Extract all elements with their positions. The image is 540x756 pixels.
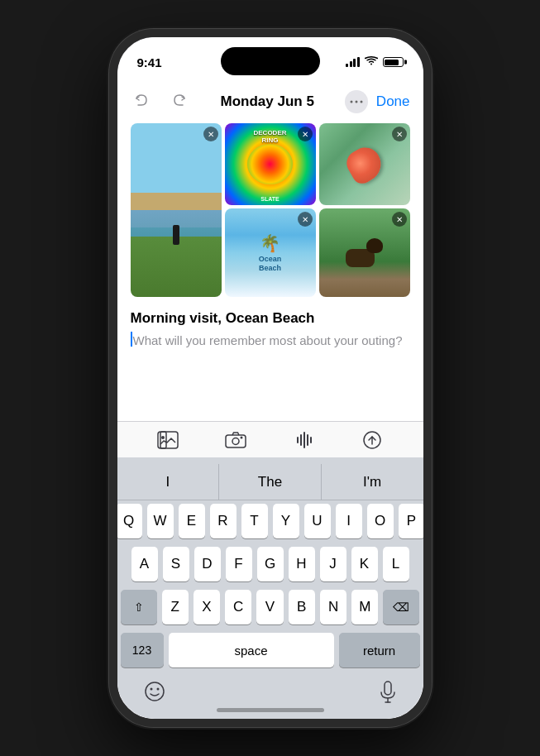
remove-shell-button[interactable]: ✕ [392,127,407,141]
svg-point-16 [146,682,164,701]
key-row-1: Q W E R T Y U I O P [121,504,420,538]
svg-point-17 [150,688,152,691]
key-n[interactable]: N [320,590,346,624]
key-f[interactable]: F [226,547,252,581]
attachment-ocean-beach[interactable]: 🌴 OceanBeach ✕ [225,208,316,297]
key-h[interactable]: H [289,547,315,581]
svg-point-2 [360,101,362,103]
emoji-button[interactable] [144,681,165,707]
key-j[interactable]: J [320,547,346,581]
svg-point-8 [241,436,243,438]
redo-button[interactable] [167,90,190,113]
camera-button[interactable] [221,425,251,455]
status-icons [346,56,404,69]
ocean-beach-label: OceanBeach [259,255,282,273]
undo-button[interactable] [131,90,154,113]
key-g[interactable]: G [257,547,284,581]
predictive-item-1[interactable]: I [117,464,220,500]
attachments-grid: ✕ DECODERRING SLATE ✕ ✕ [131,123,410,297]
key-row-3: ⇧ Z X C V B N M ⌫ [121,590,420,624]
key-k[interactable]: K [351,547,378,581]
text-cursor [131,332,132,347]
return-key[interactable]: return [339,633,420,667]
remove-dog-button[interactable]: ✕ [392,212,407,227]
note-title: Morning visit, Ocean Beach [131,310,410,327]
key-q[interactable]: Q [117,504,142,538]
keyboard-bottom-bar [117,676,423,715]
key-row-2: A S D F G H J K L [121,547,420,581]
key-d[interactable]: D [194,547,221,581]
toolbar-title: Monday Jun 5 [221,93,314,110]
photo-library-button[interactable] [153,425,183,455]
send-button[interactable] [357,425,387,455]
phone-frame: 9:41 [109,29,432,727]
signal-bars-icon [346,57,360,67]
input-toolbar [117,421,423,457]
battery-icon [383,57,404,67]
key-u[interactable]: U [304,504,331,538]
predictive-bar: I The I'm [117,464,423,500]
signal-bar-4 [357,57,360,67]
ocean-beach-palm-icon: 🌴 [260,233,280,253]
battery-fill [385,60,399,65]
svg-point-0 [350,101,352,103]
key-e[interactable]: E [179,504,205,538]
remove-ocean-beach-button[interactable]: ✕ [298,212,313,227]
attachment-dog[interactable]: ✕ [319,208,410,297]
key-r[interactable]: R [210,504,237,538]
note-placeholder: What will you remember most about your o… [133,332,403,349]
dynamic-island [221,47,320,75]
key-c[interactable]: C [225,590,251,624]
svg-rect-4 [160,432,166,448]
key-i[interactable]: I [336,504,362,538]
svg-rect-6 [226,435,246,447]
signal-bar-2 [350,61,352,67]
key-b[interactable]: B [289,590,315,624]
key-v[interactable]: V [256,590,283,624]
content-area: Monday Jun 5 Done [117,77,423,719]
delete-key[interactable]: ⌫ [383,590,419,624]
key-a[interactable]: A [131,547,158,581]
key-x[interactable]: X [194,590,220,624]
wifi-icon [365,56,378,69]
note-area[interactable]: Morning visit, Ocean Beach What will you… [117,307,423,421]
done-button[interactable]: Done [376,93,410,110]
signal-bar-1 [346,64,348,67]
toolbar-left [131,90,190,113]
status-time: 9:41 [137,55,162,69]
svg-point-1 [355,101,357,103]
key-y[interactable]: Y [273,504,299,538]
signal-bar-3 [353,59,356,67]
svg-point-5 [161,436,165,439]
predictive-item-3[interactable]: I'm [322,464,423,500]
svg-rect-19 [385,682,391,695]
audio-waveform-button[interactable] [289,425,319,455]
key-p[interactable]: P [399,504,423,538]
key-t[interactable]: T [241,504,268,538]
toolbar-right: Done [345,90,410,113]
attachment-beach[interactable]: ✕ [131,123,222,297]
space-key[interactable]: space [169,633,334,667]
attachment-shell[interactable]: ✕ [319,123,410,205]
attachment-decoder-ring[interactable]: DECODERRING SLATE ✕ [225,123,316,205]
key-s[interactable]: S [163,547,189,581]
screen: 9:41 [117,37,423,719]
numbers-key[interactable]: 123 [121,633,164,667]
svg-point-18 [156,688,159,691]
key-w[interactable]: W [147,504,174,538]
more-button[interactable] [345,90,368,113]
predictive-item-2[interactable]: The [219,464,322,500]
decoder-ring-subtitle: SLATE [225,196,316,202]
key-l[interactable]: L [383,547,409,581]
dictation-button[interactable] [379,681,397,707]
key-z[interactable]: Z [162,590,189,624]
key-o[interactable]: O [367,504,394,538]
home-indicator [217,708,324,712]
key-rows: Q W E R T Y U I O P A S [117,504,423,667]
key-m[interactable]: M [351,590,378,624]
keyboard: I The I'm Q W E R [117,457,423,719]
shift-key[interactable]: ⇧ [121,590,157,624]
note-body[interactable]: What will you remember most about your o… [131,332,410,349]
remove-decoder-button[interactable]: ✕ [298,127,313,141]
remove-beach-button[interactable]: ✕ [203,127,218,141]
